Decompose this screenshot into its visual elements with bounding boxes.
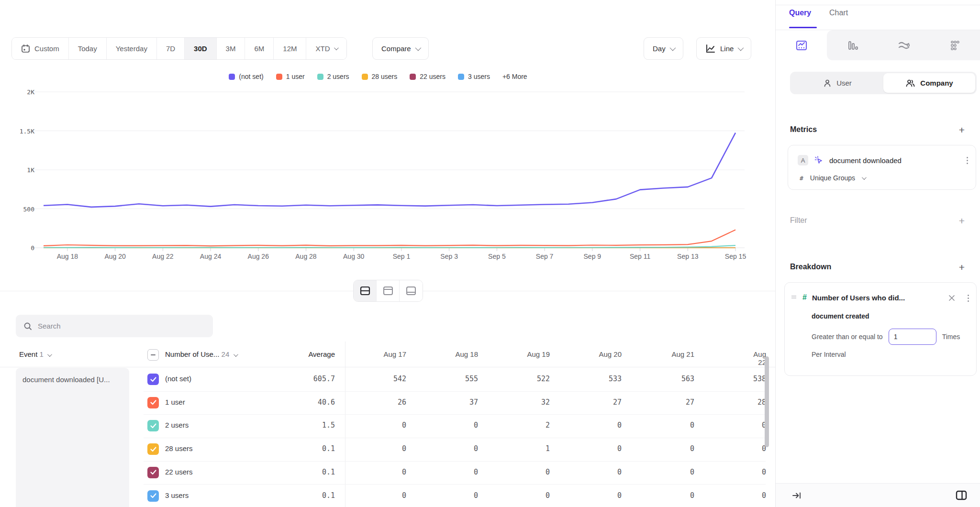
data-value: 2: [546, 421, 550, 430]
data-value: 555: [465, 375, 478, 383]
drag-handle-icon[interactable]: [791, 294, 797, 301]
average-value: 0.1: [322, 444, 335, 453]
table-row: 28 users0.1001000: [0, 438, 775, 461]
panel-bottom-bar: [776, 483, 980, 507]
series-checkbox[interactable]: [147, 397, 159, 408]
breakdown-kebab-menu[interactable]: [968, 295, 969, 302]
date-column-header[interactable]: Aug 21: [671, 350, 694, 358]
data-value: 0: [474, 421, 478, 430]
average-value: 0.1: [322, 491, 335, 500]
tab-chart[interactable]: Chart: [829, 9, 848, 17]
add-breakdown-button[interactable]: +: [957, 263, 967, 272]
series-line-1-user[interactable]: [44, 230, 735, 246]
panel-line-chart-button[interactable]: [776, 30, 827, 60]
data-value: 533: [609, 375, 622, 383]
series-checkbox[interactable]: [147, 420, 159, 431]
data-value: 1: [546, 444, 550, 453]
close-icon[interactable]: [948, 295, 955, 301]
layout-split-view-button[interactable]: [354, 280, 377, 301]
series-checkbox[interactable]: [147, 490, 159, 502]
check-icon: [150, 423, 156, 429]
date-column-header[interactable]: Aug 22: [753, 350, 766, 366]
aggregation-prefix: #: [800, 175, 803, 182]
series-checkbox[interactable]: [147, 467, 159, 478]
x-axis-label: Aug 24: [200, 253, 221, 260]
data-value: 0: [690, 491, 694, 500]
data-value: 0: [617, 468, 622, 476]
panel-flow-chart-button[interactable]: [878, 30, 929, 60]
data-value: 0: [690, 421, 694, 430]
x-axis-label: Sep 7: [536, 253, 554, 260]
layout-bottom-panel-button[interactable]: [400, 280, 423, 301]
active-tab-underline: [789, 27, 817, 28]
add-metric-button[interactable]: +: [957, 125, 967, 135]
user-icon: [823, 79, 832, 88]
company-icon: [905, 79, 915, 88]
series-label: 2 users: [165, 421, 189, 429]
table-row: 3 users0.1000000: [0, 485, 775, 507]
chart-canvas[interactable]: [0, 0, 775, 292]
x-axis-label: Aug 20: [104, 253, 125, 260]
data-value: 27: [686, 398, 694, 407]
panel-grid-dots-button[interactable]: [929, 30, 980, 60]
y-axis-label: 1.5K: [7, 128, 34, 135]
select-all-checkbox[interactable]: [147, 349, 159, 361]
breakdown-event-name[interactable]: document created: [812, 312, 869, 320]
data-value: 0: [402, 468, 406, 476]
check-icon: [150, 400, 156, 405]
filter-heading: Filter: [790, 216, 807, 225]
data-value: 0: [762, 468, 766, 476]
side-panel-toggle-icon[interactable]: [956, 490, 967, 500]
data-value: 0: [690, 444, 694, 453]
breakdown-card[interactable]: # Number of Users who did... document cr…: [784, 282, 977, 376]
collapse-panel-icon[interactable]: [792, 491, 802, 500]
y-axis-label: 2K: [7, 88, 34, 96]
layout-toggle: [353, 280, 423, 302]
data-value: 37: [469, 398, 478, 407]
y-axis-label: 0: [7, 244, 34, 252]
metric-event-name[interactable]: document downloaded: [829, 156, 902, 165]
data-value: 32: [541, 398, 550, 407]
chevron-down-icon: [234, 352, 238, 357]
line-chart: 05001K1.5K2K Aug 18Aug 20Aug 22Aug 24Aug…: [0, 0, 775, 292]
layout-top-panel-button[interactable]: [377, 280, 400, 301]
table-scrollbar[interactable]: [765, 356, 769, 447]
series-checkbox[interactable]: [147, 374, 159, 385]
breakdown-value-input[interactable]: [889, 329, 936, 345]
breakdown-interval[interactable]: Per Interval: [812, 351, 846, 358]
x-axis-label: Sep 9: [584, 253, 601, 260]
event-column-header[interactable]: Event 1: [19, 350, 51, 358]
table-search[interactable]: [16, 315, 213, 337]
scope-company-button[interactable]: Company: [883, 73, 975, 93]
bottom-panel-icon: [406, 286, 416, 296]
series-label: 28 users: [165, 444, 193, 452]
x-axis-label: Sep 5: [488, 253, 506, 260]
series-checkbox[interactable]: [147, 443, 159, 455]
data-value: 0: [402, 421, 406, 430]
x-axis-label: Sep 3: [440, 253, 458, 260]
add-filter-button[interactable]: +: [957, 216, 967, 226]
data-value: 0: [690, 468, 694, 476]
series-column-header[interactable]: Number of Use... 24: [165, 350, 237, 358]
date-column-header[interactable]: Aug 17: [383, 350, 406, 358]
scope-user-button[interactable]: User: [791, 73, 883, 93]
average-column-header[interactable]: Average: [308, 350, 335, 358]
tab-query[interactable]: Query: [789, 9, 811, 17]
breakdown-condition[interactable]: Greater than or equal to: [812, 333, 883, 341]
chevron-down-icon: [47, 352, 52, 357]
y-axis-label: 500: [7, 206, 34, 213]
search-input[interactable]: [38, 322, 196, 330]
series-label: 1 user: [165, 398, 185, 406]
analytics-app: CustomTodayYesterday7D30D3M6M12MXTD Comp…: [0, 0, 980, 507]
date-column-header[interactable]: Aug 20: [599, 350, 622, 358]
breakdown-title[interactable]: Number of Users who did...: [812, 294, 905, 302]
panel-bar-chart-button[interactable]: [827, 30, 878, 60]
data-value: 563: [681, 375, 694, 383]
metric-kebab-menu[interactable]: [967, 157, 968, 164]
aggregation-selector[interactable]: Unique Groups: [810, 174, 855, 182]
metric-card[interactable]: A document downloaded # Unique Groups: [788, 145, 976, 190]
data-value: 0: [617, 444, 622, 453]
date-column-header[interactable]: Aug 19: [527, 350, 550, 358]
date-column-header[interactable]: Aug 18: [455, 350, 478, 358]
x-axis-label: Sep 11: [630, 253, 650, 260]
